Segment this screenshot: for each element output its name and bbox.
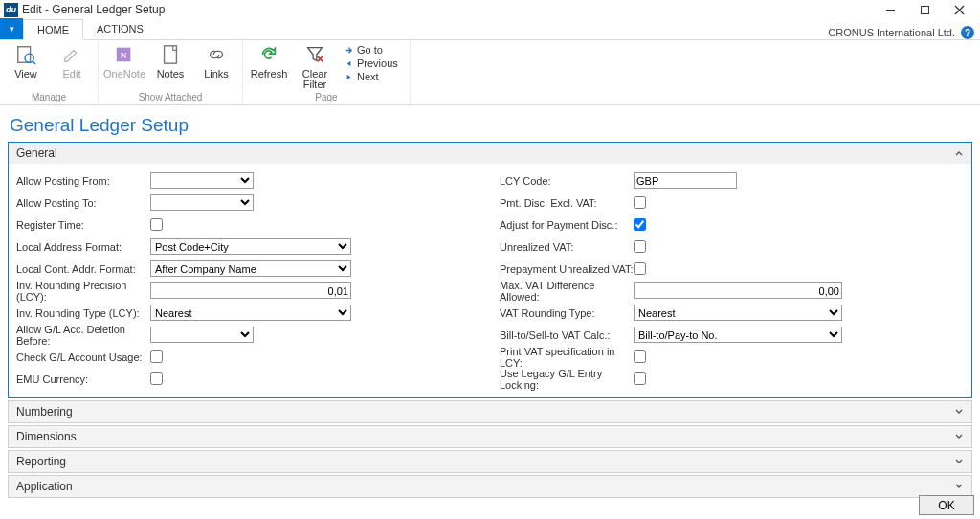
use-legacy-gl-entry-locking-checkbox[interactable]: [634, 372, 646, 385]
edit-button[interactable]: Edit: [52, 42, 92, 79]
chevron-down-icon: [954, 432, 964, 441]
lcy-code-field[interactable]: [634, 172, 737, 189]
footer: OK: [919, 495, 974, 515]
window-title: Edit - General Ledger Setup: [22, 3, 165, 16]
svg-point-5: [25, 54, 33, 62]
inv-rounding-type-field[interactable]: Nearest: [150, 305, 351, 321]
onenote-icon: N: [112, 42, 137, 67]
field-label: Max. VAT Difference Allowed:: [500, 280, 634, 303]
ribbon: View Edit Manage N OneNote Notes Links S…: [0, 40, 980, 105]
view-icon: [13, 42, 38, 67]
field-label: Print VAT specification in LCY:: [500, 346, 634, 369]
field-label: Adjust for Payment Disc.:: [500, 219, 634, 231]
chevron-up-icon: [954, 148, 964, 158]
fasttab-header-application[interactable]: Application: [9, 476, 971, 497]
fasttab-application: Application: [8, 475, 972, 498]
ok-button[interactable]: OK: [919, 495, 974, 515]
max-vat-difference-field[interactable]: [634, 282, 842, 299]
maximize-button[interactable]: [907, 0, 942, 19]
app-icon: dи: [4, 3, 18, 17]
local-address-format-field[interactable]: Post Code+City: [150, 238, 351, 255]
adjust-for-payment-disc-checkbox[interactable]: [634, 218, 646, 231]
field-label: VAT Rounding Type:: [500, 307, 634, 319]
refresh-button[interactable]: Refresh: [249, 42, 289, 79]
ribbon-group-label: Manage: [32, 92, 66, 104]
allow-gl-deletion-before-field[interactable]: [150, 327, 254, 343]
general-right-column: LCY Code: Pmt. Disc. Excl. VAT: Adjust f…: [500, 171, 964, 388]
next-link[interactable]: Next: [345, 71, 398, 82]
svg-line-6: [33, 61, 35, 64]
chevron-down-icon: [954, 407, 964, 417]
bill-to-sell-to-vat-calc-field[interactable]: Bill-to/Pay-to No.: [634, 327, 842, 343]
ribbon-group-show-attached: N OneNote Notes Links Show Attached: [99, 40, 243, 104]
field-label: Local Address Format:: [16, 241, 150, 253]
field-label: LCY Code:: [500, 175, 634, 187]
svg-text:N: N: [121, 51, 127, 60]
notes-icon: [158, 42, 183, 67]
help-icon[interactable]: ?: [961, 26, 974, 39]
emu-currency-checkbox[interactable]: [150, 372, 163, 385]
svg-rect-9: [165, 46, 177, 63]
ribbon-group-page: Refresh Clear Filter Go to Previous Next…: [243, 40, 411, 104]
field-label: Bill-to/Sell-to VAT Calc.:: [500, 329, 634, 341]
field-label: Allow Posting To:: [16, 197, 150, 209]
company-name: CRONUS International Ltd.: [828, 27, 955, 38]
allow-posting-from-field[interactable]: [150, 172, 254, 189]
tab-home[interactable]: HOME: [23, 19, 83, 40]
field-label: Unrealized VAT:: [500, 241, 634, 253]
view-button[interactable]: View: [6, 42, 46, 79]
field-label: Inv. Rounding Type (LCY):: [16, 307, 150, 319]
fasttab-numbering: Numbering: [8, 400, 972, 423]
local-cont-addr-format-field[interactable]: After Company Name: [150, 260, 351, 277]
check-gl-account-usage-checkbox[interactable]: [150, 350, 163, 363]
onenote-button[interactable]: N OneNote: [104, 42, 145, 79]
minimize-button[interactable]: [873, 0, 907, 19]
field-label: EMU Currency:: [16, 373, 150, 385]
goto-link[interactable]: Go to: [345, 44, 398, 56]
page-title: General Ledger Setup: [0, 105, 980, 142]
unrealized-vat-checkbox[interactable]: [634, 240, 646, 253]
chevron-down-icon: [954, 457, 964, 466]
links-icon: [204, 42, 229, 67]
links-button[interactable]: Links: [196, 42, 236, 79]
tab-actions[interactable]: ACTIONS: [83, 18, 158, 39]
ribbon-group-label: Page: [315, 92, 337, 104]
chevron-down-icon: [954, 482, 964, 491]
prepayment-unrealized-vat-checkbox[interactable]: [634, 262, 646, 275]
field-label: Pmt. Disc. Excl. VAT:: [500, 197, 634, 209]
svg-rect-4: [18, 47, 31, 63]
general-left-column: Allow Posting From: Allow Posting To: Re…: [16, 171, 480, 388]
edit-icon: [59, 42, 84, 67]
pmt-disc-excl-vat-checkbox[interactable]: [634, 196, 646, 209]
svg-rect-1: [921, 6, 928, 13]
field-label: Check G/L Account Usage:: [16, 351, 150, 363]
ribbon-group-manage: View Edit Manage: [0, 40, 99, 104]
clear-filter-button[interactable]: Clear Filter: [295, 42, 335, 90]
fasttab-reporting: Reporting: [8, 450, 972, 473]
field-label: Use Legacy G/L Entry Locking:: [500, 368, 634, 391]
fasttab-header-dimensions[interactable]: Dimensions: [9, 426, 971, 447]
system-menu[interactable]: ▾: [0, 18, 23, 39]
fasttab-header-numbering[interactable]: Numbering: [9, 401, 971, 422]
clear-filter-icon: [302, 42, 327, 67]
ribbon-group-label: Show Attached: [139, 92, 203, 104]
field-label: Inv. Rounding Precision (LCY):: [16, 280, 150, 303]
fasttab-header-general[interactable]: General: [9, 143, 971, 164]
register-time-checkbox[interactable]: [150, 218, 163, 231]
vat-rounding-type-field[interactable]: Nearest: [634, 305, 842, 321]
notes-button[interactable]: Notes: [150, 42, 190, 79]
fasttab-dimensions: Dimensions: [8, 425, 972, 448]
inv-rounding-precision-field[interactable]: [150, 282, 351, 299]
field-label: Register Time:: [16, 219, 150, 231]
fasttab-general: General Allow Posting From: Allow Postin…: [8, 142, 972, 398]
fasttab-header-reporting[interactable]: Reporting: [9, 451, 971, 472]
field-label: Prepayment Unrealized VAT:: [500, 263, 634, 275]
field-label: Allow Posting From:: [16, 175, 150, 187]
close-button[interactable]: [942, 0, 976, 19]
print-vat-spec-lcy-checkbox[interactable]: [634, 350, 646, 363]
field-label: Local Cont. Addr. Format:: [16, 263, 150, 275]
ribbon-tabs: ▾ HOME ACTIONS CRONUS International Ltd.…: [0, 19, 980, 40]
allow-posting-to-field[interactable]: [150, 194, 254, 211]
refresh-icon: [256, 42, 281, 67]
previous-link[interactable]: Previous: [345, 57, 398, 69]
